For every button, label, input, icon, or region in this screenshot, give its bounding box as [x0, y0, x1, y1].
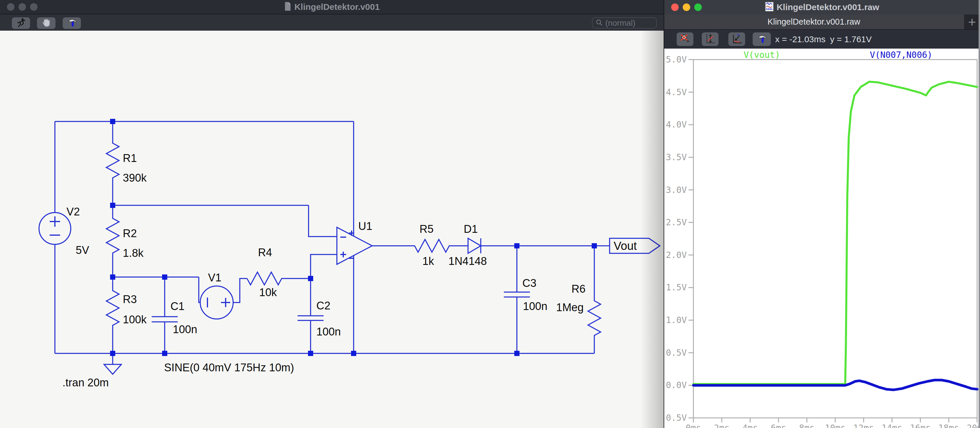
svg-text:R4: R4 — [258, 246, 272, 259]
window-shadow — [641, 31, 663, 428]
x-tick-label: 6ms — [771, 423, 786, 428]
svg-text:V2: V2 — [67, 206, 80, 218]
autorange-icon — [705, 33, 716, 45]
left-titlebar[interactable]: KlingelDetektor.v001 — [0, 0, 663, 14]
y-tick-label: 3.5V — [666, 152, 687, 162]
svg-text:10k: 10k — [259, 286, 277, 299]
search-input[interactable] — [605, 19, 652, 28]
svg-text:C2: C2 — [317, 300, 331, 312]
waveform-plot[interactable]: 5.0V4.5V4.0V3.5V3.0V2.5V2.0V1.5V1.0V0.5V… — [664, 49, 980, 428]
svg-text:U1: U1 — [358, 220, 372, 232]
zoom-undo-button[interactable] — [677, 32, 694, 46]
svg-text:C3: C3 — [522, 277, 536, 289]
autorange-button[interactable] — [702, 32, 719, 46]
document-icon — [284, 2, 291, 12]
svg-text:100n: 100n — [317, 326, 341, 338]
y-tick-label: 1.0V — [666, 315, 687, 325]
zoom-undo-icon — [679, 33, 690, 45]
component-U1[interactable]: U1 — [337, 220, 372, 264]
schematic-window: KlingelDetektor.v001 — [0, 0, 663, 428]
svg-text:1.8k: 1.8k — [123, 247, 144, 259]
svg-text:1N4148: 1N4148 — [449, 255, 487, 267]
y-tick-label: 1.5V — [666, 282, 687, 292]
x-tick-label: 8ms — [799, 423, 815, 428]
svg-text:5V: 5V — [76, 244, 89, 256]
x-tick-label: 10ms — [825, 423, 846, 428]
pan-hand-icon — [41, 18, 51, 29]
y-tick-label: 4.5V — [666, 87, 687, 97]
window-title: KlingelDetektor.v001 — [294, 2, 380, 12]
svg-text:D1: D1 — [464, 223, 478, 235]
y-tick-label: 2.0V — [666, 250, 687, 260]
right-toolbar: x = -21.03ms y = 1.761V — [664, 30, 980, 49]
component-V2[interactable]: V2 5V — [39, 206, 89, 256]
svg-text:R6: R6 — [571, 283, 585, 295]
svg-text:V1: V1 — [208, 271, 221, 284]
run-icon — [16, 18, 26, 29]
svg-text:R5: R5 — [420, 223, 434, 235]
x-tick-label: 0ms — [686, 423, 701, 428]
svg-text:R1: R1 — [123, 152, 137, 164]
legend-vout[interactable]: V(vout) — [744, 50, 780, 60]
cursor-y-readout: y = 1.761V — [830, 30, 872, 49]
plot-settings-button[interactable] — [752, 32, 771, 46]
right-titlebar[interactable]: KlingelDetektor.v001.raw — [664, 0, 980, 14]
y-tick-label: 4.0V — [666, 120, 687, 129]
svg-text:1k: 1k — [422, 255, 434, 267]
legend-n007-n006[interactable]: V(N007,N006) — [870, 50, 932, 60]
y-tick-label: 2.5V — [666, 217, 687, 227]
x-tick-label: 16ms — [910, 423, 931, 428]
search-field[interactable] — [592, 18, 657, 29]
run-button[interactable] — [12, 18, 30, 29]
x-tick-label: 2ms — [714, 423, 730, 428]
y-tick-label: 3.0V — [666, 185, 687, 195]
zoom-previous-icon — [731, 33, 742, 45]
x-tick-label: 12ms — [853, 423, 874, 428]
tab-waveform[interactable]: KlingelDetektor.v001.raw — [664, 14, 964, 29]
plot-box — [694, 59, 977, 418]
y-tick-label: 5.0V — [666, 54, 687, 64]
tab-bar: KlingelDetektor.v001.raw + — [664, 14, 980, 30]
left-toolbar — [0, 14, 663, 31]
y-tick-label: 0.0V — [666, 380, 687, 390]
svg-text:100n: 100n — [173, 323, 197, 335]
tran-directive: .tran 20m — [62, 377, 109, 389]
svg-text:100k: 100k — [123, 313, 147, 326]
svg-text:R3: R3 — [123, 293, 137, 305]
svg-text:390k: 390k — [123, 172, 147, 184]
window-edge — [978, 0, 980, 428]
plot-panel[interactable]: V(vout) V(N007,N006) 5.0V4.5V4.0V3.5V3.0… — [664, 49, 980, 428]
waveform-doc-icon — [765, 2, 774, 13]
search-icon — [595, 19, 603, 27]
pan-button[interactable] — [37, 18, 56, 29]
svg-text:R2: R2 — [123, 227, 137, 240]
x-tick-label: 18ms — [939, 423, 959, 428]
hammer-icon — [756, 34, 767, 45]
svg-text:C1: C1 — [170, 300, 185, 312]
x-tick-label: 4ms — [742, 423, 758, 428]
waveform-window: KlingelDetektor.v001.raw KlingelDetektor… — [663, 0, 980, 428]
component-D1[interactable]: D1 1N4148 — [449, 223, 487, 267]
y-tick-label: -0.5V — [664, 413, 687, 423]
x-tick-label: 14ms — [881, 423, 902, 428]
x-tick-label: 20ms — [967, 423, 980, 428]
hammer-icon — [67, 18, 78, 29]
svg-text:100n: 100n — [523, 300, 547, 312]
tools-button[interactable] — [63, 18, 81, 29]
sine-directive: SINE(0 40mV 175Hz 10m) — [164, 361, 294, 374]
window-title: KlingelDetektor.v001.raw — [776, 2, 879, 12]
schematic: V2 5V V1 SINE(0 40mV 175Hz 10m) U1 D1 — [0, 31, 663, 428]
schematic-canvas[interactable]: V2 5V V1 SINE(0 40mV 175Hz 10m) U1 D1 — [0, 31, 663, 428]
y-tick-label: 0.5V — [666, 348, 687, 358]
cursor-x-readout: x = -21.03ms — [775, 30, 826, 49]
svg-text:Vout: Vout — [614, 240, 637, 252]
zoom-previous-button[interactable] — [729, 32, 745, 46]
add-tab-button[interactable]: + — [964, 14, 980, 29]
svg-text:1Meg: 1Meg — [556, 301, 584, 313]
